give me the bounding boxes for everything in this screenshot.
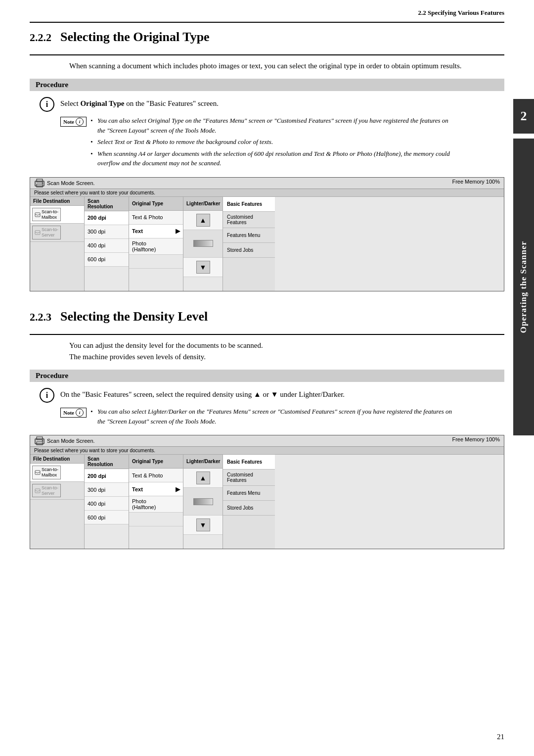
svg-point-3 [42,183,43,184]
screen-1-customised[interactable]: Customised Features [223,212,275,228]
side-tab-text: Operating the Scanner [519,241,529,333]
page-container: 2 Operating the Scanner 2.2 Specifying V… [0,0,534,756]
screen-1-top-right: Free Memory 100% [452,179,500,188]
down-arrow-btn-2[interactable]: ▼ [196,519,210,531]
slider-bar [193,240,213,247]
note-223-content: You can also select Lighter/Darker on th… [90,407,455,428]
procedure-223-label: Procedure [36,372,68,380]
screen-1-basic-features[interactable]: Basic Features [223,197,275,212]
procedure-223-header: Procedure [30,370,504,382]
screen-2-lighter-arrow-up[interactable]: ▲ [183,469,222,488]
screen-2-top-right: Free Memory 100% [452,436,500,445]
svg-rect-1 [37,179,43,182]
note-222-content: You can also select Original Type on the… [90,116,455,170]
screen-2-res-600[interactable]: 600 dpi [85,511,129,524]
screen-1-features-menu[interactable]: Features Menu [223,228,275,243]
screen-mockup-1: Scan Mode Screen. Free Memory 100% Pleas… [30,177,504,291]
side-tab: Operating the Scanner [513,139,534,435]
section-222-number: 2.2.2 [30,31,51,44]
mailbox-icon [35,212,41,217]
screen-1-res-400[interactable]: 400 dpi [85,239,129,253]
up-arrow-btn-2[interactable]: ▲ [196,472,210,484]
screen-2-lighter-arrow-down[interactable]: ▼ [183,516,222,535]
note-222-bullet-2: Select Text or Text & Photo to remove th… [90,137,455,147]
section-222-title: Selecting the Original Type [60,30,210,45]
up-arrow-btn[interactable]: ▲ [196,214,210,227]
screen-1-subtitle: Please select where you want to store yo… [30,189,504,197]
printer-icon-2 [34,436,45,445]
screen-1-orig-textphoto[interactable]: Text & Photo [129,211,183,225]
scan-mailbox-btn-2[interactable]: Scan-to- Mailbox [32,466,61,479]
screen-1-orig-empty [129,255,183,269]
screen-2-customised[interactable]: Customised Features [223,470,275,486]
screen-2-orig-photo[interactable]: Photo (Halftone) [129,496,183,513]
screen-icon-1: Scan Mode Screen. [34,179,95,188]
step-222-1-icon: i [40,97,54,112]
note-223-bullet-1: You can also select Lighter/Darker on th… [90,407,455,426]
screen-1-body: File Destination Scan-to- Mailbox [30,197,504,291]
svg-rect-2 [37,184,43,187]
server-icon-2 [35,488,41,493]
screen-1-orig-photo[interactable]: Photo (Halftone) [129,238,183,255]
section-223-heading: 2.2.3 Selecting the Density Level [0,302,534,329]
screen-2-res-200[interactable]: 200 dpi [85,469,129,483]
screen-1-lighter-header: Lighter/Darker [183,197,222,211]
screen-2-top-left: Scan Mode Screen. [47,438,95,444]
screen-2-features-menu[interactable]: Features Menu [223,486,275,501]
screen-2-res-col: Scan Resolution 200 dpi 300 dpi 400 dpi … [85,455,129,549]
screen-2-orig-textphoto[interactable]: Text & Photo [129,469,183,482]
screen-2-res-400[interactable]: 400 dpi [85,497,129,511]
screen-2-orig-empty [129,513,183,526]
step-223-1-text: On the "Basic Features" screen, select t… [60,387,485,400]
screen-1-lighter-arrow-up[interactable]: ▲ [183,211,222,230]
note-223-bullets: You can also select Lighter/Darker on th… [90,407,455,426]
section-223-body1: You can adjust the density level for the… [69,341,263,349]
screen-1-stored-jobs[interactable]: Stored Jobs [223,243,275,258]
screen-icon-2: Scan Mode Screen. [34,436,95,445]
screen-2-res-300[interactable]: 300 dpi [85,483,129,497]
screen-2-res-header: Scan Resolution [85,455,129,469]
screen-1-res-200[interactable]: 200 dpi [85,211,129,225]
screen-2-orig-header: Original Type [129,455,183,469]
screen-1-orig-header: Original Type [129,197,183,211]
screen-1-top-left: Scan Mode Screen. [47,180,95,186]
screen-1-res-300[interactable]: 300 dpi [85,225,129,239]
note-222-bullets: You can also select Original Type on the… [90,116,455,168]
screen-1-orig-text[interactable]: Text ▶ [129,225,183,238]
screen-2-stored-jobs[interactable]: Stored Jobs [223,501,275,516]
note-223-text: Note [63,410,74,416]
scan-mailbox-btn[interactable]: Scan-to- Mailbox [32,208,61,222]
screen-1-lighter-col: Lighter/Darker ▲ ▼ [183,197,223,291]
screen-2-orig-text[interactable]: Text ▶ [129,482,183,496]
scan-server-btn-2[interactable]: Scan-to- Server [32,484,61,498]
page-number: 21 [497,733,504,741]
step-223-1-row: i On the "Basic Features" screen, select… [40,387,485,403]
procedure-222-label: Procedure [36,81,68,89]
screen-1-left: File Destination Scan-to- Mailbox [30,197,85,291]
screen-1-lighter-arrow-down[interactable]: ▼ [183,258,222,277]
header-section: 2.2 Specifying Various Features [0,0,534,17]
note-circle-icon: i [76,118,84,126]
screen-mockup-2: Scan Mode Screen. Free Memory 100% Pleas… [30,435,504,549]
scan-server-btn[interactable]: Scan-to- Server [32,226,61,239]
screen-1-mailbox-row: Scan-to- Mailbox [30,206,84,224]
screen-2-lighter-col: Lighter/Darker ▲ ▼ [183,455,223,549]
screen-2-right: Basic Features Customised Features Featu… [223,455,275,549]
screen-1-res-600[interactable]: 600 dpi [85,253,129,267]
note-223-label: Note i [60,408,87,418]
screen-2-dest-header: File Destination [30,455,84,464]
screen-top-bar-1: Scan Mode Screen. Free Memory 100% [30,178,504,189]
down-arrow-btn[interactable]: ▼ [196,261,210,274]
note-222-bullet-3: When scanning A4 or larger documents wit… [90,149,455,168]
printer-icon [34,179,45,188]
step-223-1-icon: i [40,388,54,403]
chapter-number: 2 [521,109,527,124]
step-222-text-pre: Select [60,99,80,107]
step-icon-letter: i [46,100,48,109]
mailbox-icon-2 [35,470,41,475]
server-icon [35,230,41,235]
section-222-heading: 2.2.2 Selecting the Original Type [0,23,534,49]
screen-2-mailbox-row: Scan-to- Mailbox [30,464,84,482]
screen-2-basic-features[interactable]: Basic Features [223,455,275,470]
section-223-title: Selecting the Density Level [60,309,208,324]
